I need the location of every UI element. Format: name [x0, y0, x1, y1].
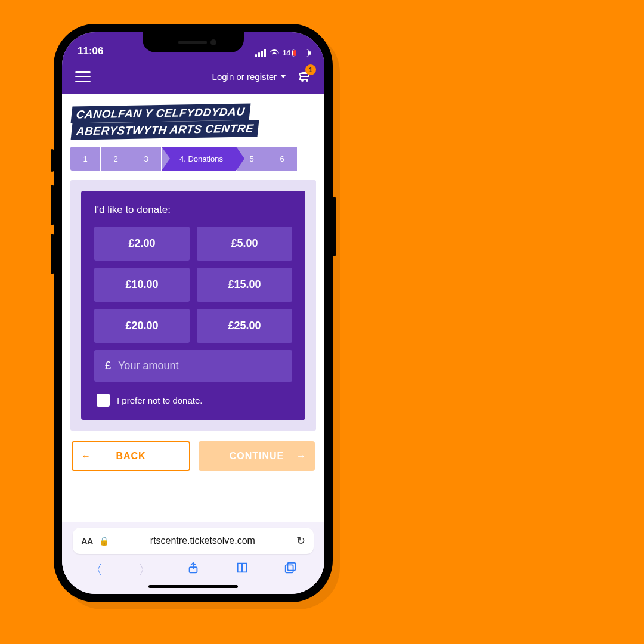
donation-amount-3[interactable]: £10.00 — [94, 268, 190, 302]
arrow-right-icon: → — [296, 451, 306, 462]
brand-logo[interactable]: CANOLFAN Y CELFYDDYDAU ABERYSTWYTH ARTS … — [62, 94, 324, 144]
donation-amount-4[interactable]: £15.00 — [197, 268, 292, 302]
phone-mute-switch — [51, 149, 54, 172]
svg-rect-1 — [287, 563, 295, 571]
progress-step-1[interactable]: 1 — [70, 147, 100, 171]
login-register-link[interactable]: Login or register — [212, 72, 286, 82]
reload-icon[interactable]: ↻ — [296, 534, 305, 547]
prefer-not-label: I prefer not to donate. — [117, 395, 202, 405]
prefer-not-checkbox[interactable] — [97, 394, 110, 407]
cellular-signal-icon — [255, 49, 266, 57]
text-size-icon[interactable]: AA — [81, 536, 93, 546]
safari-tabs-icon[interactable] — [284, 561, 297, 579]
back-label: BACK — [116, 451, 145, 462]
safari-forward-icon: 〉 — [138, 561, 151, 579]
progress-step-4-active[interactable]: 4. Donations — [162, 147, 236, 171]
phone-volume-down — [51, 234, 54, 274]
wifi-icon — [270, 49, 279, 57]
progress-step-3[interactable]: 3 — [131, 147, 161, 171]
donation-card: I'd like to donate: £2.00 £5.00 £10.00 £… — [81, 191, 305, 420]
arrow-left-icon: ← — [81, 451, 91, 462]
custom-amount-row[interactable]: £ — [94, 350, 292, 382]
donation-amount-2[interactable]: £5.00 — [197, 227, 292, 261]
menu-icon[interactable] — [75, 71, 91, 82]
phone-notch — [143, 32, 244, 52]
safari-url-bar[interactable]: AA 🔒 rtscentre.ticketsolve.com ↻ — [73, 528, 314, 554]
back-button[interactable]: ← BACK — [72, 441, 190, 471]
cart-badge: 1 — [305, 64, 316, 75]
donation-amount-1[interactable]: £2.00 — [94, 227, 190, 261]
progress-step-6[interactable]: 6 — [267, 147, 297, 171]
phone-power-button — [333, 197, 336, 256]
chevron-down-icon — [280, 75, 286, 78]
phone-volume-up — [51, 185, 54, 225]
content-panel: I'd like to donate: £2.00 £5.00 £10.00 £… — [70, 180, 316, 431]
lock-icon: 🔒 — [99, 536, 109, 546]
donation-amount-5[interactable]: £20.00 — [94, 309, 190, 343]
site-header: Login or register 1 — [62, 61, 324, 94]
brand-line-2: ABERYSTWYTH ARTS CENTRE — [71, 120, 259, 140]
progress-step-2[interactable]: 2 — [101, 147, 131, 171]
continue-button[interactable]: CONTINUE → — [199, 441, 315, 471]
nav-buttons: Continue ← BACK CONTINUE → — [62, 438, 324, 479]
safari-back-icon[interactable]: 〈 — [89, 561, 103, 579]
url-text: rtscentre.ticketsolve.com — [115, 535, 290, 546]
donation-title: I'd like to donate: — [94, 204, 292, 216]
safari-bookmarks-icon[interactable] — [236, 561, 249, 579]
phone-frame: 11:06 14 Login or register 1 — [54, 24, 333, 602]
custom-amount-input[interactable] — [118, 360, 281, 372]
safari-share-icon[interactable] — [187, 561, 200, 579]
continue-label: CONTINUE — [230, 451, 284, 462]
cart-button[interactable]: 1 — [297, 69, 311, 83]
home-indicator[interactable] — [148, 585, 238, 588]
safari-chrome: AA 🔒 rtscentre.ticketsolve.com ↻ 〈 〉 — [62, 522, 324, 594]
battery-indicator: 14 — [283, 49, 309, 57]
svg-rect-2 — [286, 565, 293, 572]
battery-percent: 14 — [283, 49, 290, 57]
checkout-progress: 1 2 3 4. Donations 5 6 — [62, 144, 324, 173]
phone-screen: 11:06 14 Login or register 1 — [62, 32, 324, 594]
page-body: CANOLFAN Y CELFYDDYDAU ABERYSTWYTH ARTS … — [62, 94, 324, 522]
currency-symbol: £ — [105, 360, 111, 372]
donation-amount-6[interactable]: £25.00 — [197, 309, 292, 343]
login-label: Login or register — [212, 72, 277, 82]
status-time: 11:06 — [78, 45, 103, 57]
